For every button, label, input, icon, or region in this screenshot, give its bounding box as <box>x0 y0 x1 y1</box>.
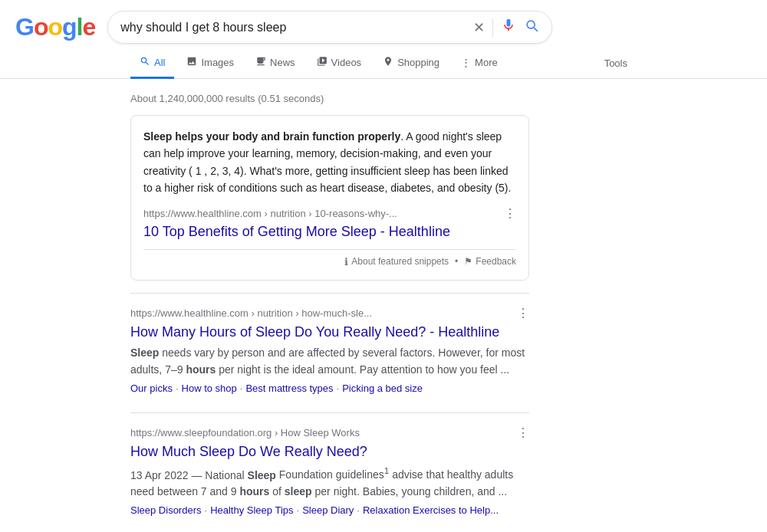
result-1-url-row: https://www.healthline.com › nutrition ›… <box>130 306 529 320</box>
main-content: About 1,240,000,000 results (0.51 second… <box>0 79 660 532</box>
tab-news[interactable]: News <box>246 48 304 79</box>
divider-2 <box>130 412 529 413</box>
result-2-title[interactable]: How Much Sleep Do We Really Need? <box>130 443 529 461</box>
snippet-bold-text: Sleep helps your body and brain function… <box>143 130 400 143</box>
sitelink-sep-3: · <box>337 383 340 394</box>
result-2-url-row: https://www.sleepfoundation.org › How Sl… <box>130 425 529 440</box>
feedback-label: Feedback <box>476 256 516 267</box>
sitelink-sep-4: · <box>205 504 208 516</box>
result-1-menu-icon[interactable]: ⋮ <box>517 306 529 320</box>
results-info: About 1,240,000,000 results (0.51 second… <box>130 87 529 115</box>
snippet-link[interactable]: 10 Top Benefits of Getting More Sleep - … <box>143 224 516 240</box>
search-icon[interactable] <box>524 18 539 37</box>
sitelink-sleep-disorders[interactable]: Sleep Disorders <box>130 504 202 516</box>
result-1-sitelinks: Our picks · How to shop · Best mattress … <box>130 383 529 394</box>
tab-videos[interactable]: Videos <box>308 48 371 79</box>
search-bar: why should I get 8 hours sleep ✕ <box>107 11 552 44</box>
nav-tabs: All Images News Videos Shopping ⋮ More T… <box>0 44 767 79</box>
result-1-desc-bold-2: hours <box>186 363 216 376</box>
sitelink-sep-6: · <box>357 504 360 516</box>
result-2-desc-bold-3: sleep <box>285 485 312 498</box>
footer-dot: • <box>455 256 458 267</box>
result-1-desc-bold-1: Sleep <box>130 346 159 359</box>
search-divider <box>492 18 493 37</box>
result-1-desc-text-2: per night is the ideal amount. Pay atten… <box>216 363 509 376</box>
news-tab-icon <box>255 56 266 69</box>
sitelink-best-mattress[interactable]: Best mattress types <box>245 383 333 394</box>
snippet-menu-icon[interactable]: ⋮ <box>504 206 516 221</box>
tab-images[interactable]: Images <box>177 48 243 79</box>
sitelink-how-to-shop[interactable]: How to shop <box>182 383 237 394</box>
result-2-sitelinks: Sleep Disorders · Healthy Sleep Tips · S… <box>130 504 529 516</box>
snippet-footer: ℹ About featured snippets • ⚑ Feedback <box>143 249 516 268</box>
featured-snippet: Sleep helps your body and brain function… <box>130 115 529 281</box>
tab-all[interactable]: All <box>130 48 174 79</box>
all-tab-icon <box>140 56 150 69</box>
sitelink-sleep-diary[interactable]: Sleep Diary <box>302 504 354 516</box>
sitelink-relaxation[interactable]: Relaxation Exercises to Help... <box>363 504 499 516</box>
sitelink-healthy-sleep-tips[interactable]: Healthy Sleep Tips <box>210 504 293 516</box>
microphone-icon[interactable] <box>501 18 516 37</box>
sitelink-picking-bed[interactable]: Picking a bed size <box>342 383 423 394</box>
snippet-source-url: https://www.healthline.com › nutrition ›… <box>143 208 397 219</box>
tab-shopping-label: Shopping <box>397 57 439 68</box>
result-1-title[interactable]: How Many Hours of Sleep Do You Really Ne… <box>130 323 529 341</box>
divider-1 <box>130 293 529 294</box>
tab-images-label: Images <box>201 57 234 68</box>
result-2-menu-icon[interactable]: ⋮ <box>517 425 529 440</box>
sitelink-sep-5: · <box>297 504 300 516</box>
result-2-description: 13 Apr 2022 — National Sleep Foundation … <box>130 465 529 501</box>
result-item-1: https://www.healthline.com › nutrition ›… <box>130 306 529 395</box>
tab-videos-label: Videos <box>331 57 362 68</box>
google-logo: Google <box>15 13 95 41</box>
snippet-text: Sleep helps your body and brain function… <box>143 128 516 197</box>
search-input[interactable]: why should I get 8 hours sleep <box>120 21 466 34</box>
result-2-desc-text-0: 13 Apr 2022 — National <box>130 468 248 481</box>
sitelink-sep-2: · <box>240 383 243 394</box>
result-2-desc-bold-1: Sleep <box>248 468 276 481</box>
tab-more[interactable]: ⋮ More <box>452 49 507 78</box>
videos-tab-icon <box>317 56 328 69</box>
tab-news-label: News <box>270 57 295 68</box>
tab-more-label: More <box>475 57 498 68</box>
tab-all-label: All <box>154 57 165 68</box>
about-snippets-label: About featured snippets <box>351 256 449 267</box>
clear-icon[interactable]: ✕ <box>473 19 485 36</box>
sitelink-sep-1: · <box>176 383 179 394</box>
tools-button[interactable]: Tools <box>595 50 637 77</box>
flag-icon: ⚑ <box>464 256 472 267</box>
result-1-description: Sleep needs vary by person and are affec… <box>130 344 529 378</box>
about-snippets-button[interactable]: ℹ About featured snippets <box>344 256 449 268</box>
result-2-url: https://www.sleepfoundation.org › How Sl… <box>130 427 360 438</box>
images-tab-icon <box>186 56 197 69</box>
result-1-url: https://www.healthline.com › nutrition ›… <box>130 307 372 319</box>
shopping-tab-icon <box>383 56 393 69</box>
sitelink-our-picks[interactable]: Our picks <box>130 383 173 394</box>
header: Google why should I get 8 hours sleep ✕ <box>0 0 767 44</box>
result-2-desc-bold-2: hours <box>239 485 269 498</box>
tools-label: Tools <box>604 57 627 69</box>
more-tab-icon: ⋮ <box>461 57 471 68</box>
feedback-button[interactable]: ⚑ Feedback <box>464 256 516 267</box>
result-2-desc-text-2: of <box>269 485 284 498</box>
tab-shopping[interactable]: Shopping <box>374 48 449 79</box>
snippet-source: https://www.healthline.com › nutrition ›… <box>143 206 516 221</box>
result-item-2: https://www.sleepfoundation.org › How Sl… <box>130 425 529 516</box>
info-icon: ℹ <box>344 256 348 268</box>
result-2-desc-text-3: per night. Babies, young children, and .… <box>312 485 508 498</box>
